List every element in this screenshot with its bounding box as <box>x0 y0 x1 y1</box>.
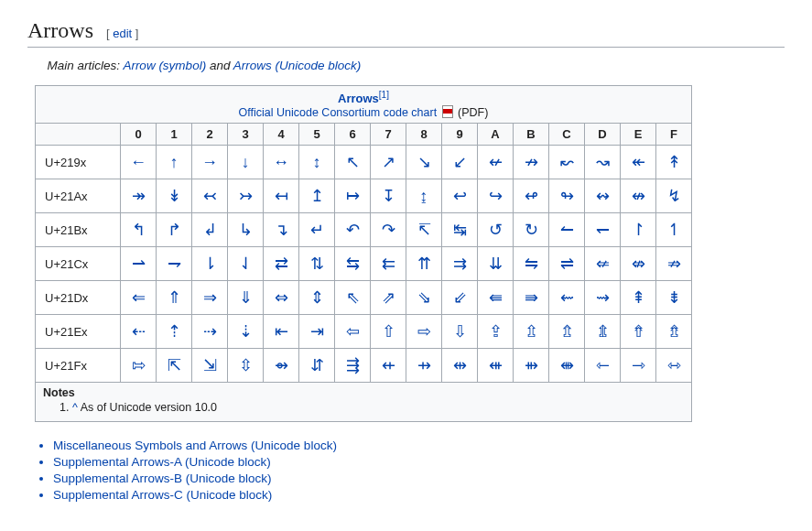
glyph-cell[interactable]: ⇔ <box>264 281 299 315</box>
chart-subtitle-link[interactable]: Official Unicode Consortium code chart <box>239 106 438 119</box>
glyph-cell[interactable]: ⇣ <box>228 315 264 349</box>
glyph-cell[interactable]: ⇥ <box>299 315 335 349</box>
glyph-cell[interactable]: ⇾ <box>621 349 656 383</box>
glyph-cell[interactable]: → <box>192 146 228 179</box>
glyph-cell[interactable]: ⇞ <box>621 281 656 315</box>
glyph-cell[interactable]: ↼ <box>549 213 585 247</box>
glyph-cell[interactable]: ↓ <box>228 146 264 179</box>
glyph-cell[interactable]: ↖ <box>335 146 371 179</box>
glyph-cell[interactable]: ⇈ <box>406 247 442 281</box>
glyph-cell[interactable]: ↬ <box>549 179 585 213</box>
see-also-link[interactable]: Supplemental Arrows-A (Unicode block) <box>53 455 271 469</box>
glyph-cell[interactable]: ↚ <box>478 146 514 179</box>
glyph-cell[interactable]: ↘ <box>406 146 442 179</box>
glyph-cell[interactable]: ⇁ <box>157 247 192 281</box>
glyph-cell[interactable]: ↕ <box>299 146 335 179</box>
glyph-cell[interactable]: ⇂ <box>192 247 228 281</box>
glyph-cell[interactable]: ⇦ <box>335 315 371 349</box>
hatnote-link-2[interactable]: Arrows (Unicode block) <box>233 59 362 72</box>
see-also-link[interactable]: Miscellaneous Symbols and Arrows (Unicod… <box>53 439 337 452</box>
glyph-cell[interactable]: ↲ <box>192 213 228 247</box>
glyph-cell[interactable]: ⇤ <box>264 315 299 349</box>
glyph-cell[interactable]: ↞ <box>621 146 656 179</box>
glyph-cell[interactable]: ⇉ <box>442 247 478 281</box>
glyph-cell[interactable]: ← <box>121 146 157 179</box>
glyph-cell[interactable]: ↥ <box>299 179 335 213</box>
glyph-cell[interactable]: ⇯ <box>656 315 692 349</box>
glyph-cell[interactable]: ⇕ <box>299 281 335 315</box>
glyph-cell[interactable]: ⇹ <box>442 349 478 383</box>
glyph-cell[interactable]: ⇒ <box>192 281 228 315</box>
glyph-cell[interactable]: ⇽ <box>585 349 621 383</box>
glyph-cell[interactable]: ⇌ <box>549 247 585 281</box>
glyph-cell[interactable]: ⇭ <box>585 315 621 349</box>
glyph-cell[interactable]: ⇎ <box>621 247 656 281</box>
glyph-cell[interactable]: ↭ <box>585 179 621 213</box>
glyph-cell[interactable]: ⇼ <box>549 349 585 383</box>
chart-ref-link[interactable]: [1] <box>379 90 389 100</box>
glyph-cell[interactable]: ⇇ <box>371 247 406 281</box>
glyph-cell[interactable]: ⇡ <box>157 315 192 349</box>
glyph-cell[interactable]: ⇢ <box>192 315 228 349</box>
glyph-cell[interactable]: ⇬ <box>549 315 585 349</box>
glyph-cell[interactable]: ↑ <box>157 146 192 179</box>
glyph-cell[interactable]: ⇅ <box>299 247 335 281</box>
glyph-cell[interactable]: ↔ <box>264 146 299 179</box>
glyph-cell[interactable]: ⇺ <box>478 349 514 383</box>
glyph-cell[interactable]: ⇫ <box>514 315 549 349</box>
glyph-cell[interactable]: ↨ <box>406 179 442 213</box>
glyph-cell[interactable]: ↡ <box>157 179 192 213</box>
glyph-cell[interactable]: ↠ <box>121 179 157 213</box>
glyph-cell[interactable]: ↧ <box>371 179 406 213</box>
glyph-cell[interactable]: ⇳ <box>228 349 264 383</box>
glyph-cell[interactable]: ↹ <box>442 213 478 247</box>
glyph-cell[interactable]: ⇊ <box>478 247 514 281</box>
glyph-cell[interactable]: ⇸ <box>406 349 442 383</box>
glyph-cell[interactable]: ⇰ <box>121 349 157 383</box>
glyph-cell[interactable]: ⇴ <box>264 349 299 383</box>
glyph-cell[interactable]: ⇟ <box>656 281 692 315</box>
glyph-cell[interactable]: ⇀ <box>121 247 157 281</box>
glyph-cell[interactable]: ↿ <box>656 213 692 247</box>
glyph-cell[interactable]: ⇗ <box>371 281 406 315</box>
glyph-cell[interactable]: ⇶ <box>335 349 371 383</box>
glyph-cell[interactable]: ⇓ <box>228 281 264 315</box>
see-also-link[interactable]: Supplemental Arrows-C (Unicode block) <box>53 488 272 502</box>
glyph-cell[interactable]: ↛ <box>514 146 549 179</box>
glyph-cell[interactable]: ↗ <box>371 146 406 179</box>
glyph-cell[interactable]: ↣ <box>228 179 264 213</box>
glyph-cell[interactable]: ⇵ <box>299 349 335 383</box>
glyph-cell[interactable]: ↸ <box>406 213 442 247</box>
glyph-cell[interactable]: ⇷ <box>371 349 406 383</box>
glyph-cell[interactable]: ⇱ <box>157 349 192 383</box>
glyph-cell[interactable]: ↶ <box>335 213 371 247</box>
edit-link[interactable]: edit <box>113 27 132 40</box>
glyph-cell[interactable]: ⇝ <box>585 281 621 315</box>
glyph-cell[interactable]: ⇍ <box>585 247 621 281</box>
glyph-cell[interactable]: ⇘ <box>406 281 442 315</box>
glyph-cell[interactable]: ↱ <box>157 213 192 247</box>
glyph-cell[interactable]: ⇄ <box>264 247 299 281</box>
pdf-icon[interactable] <box>442 105 453 118</box>
glyph-cell[interactable]: ↙ <box>442 146 478 179</box>
glyph-cell[interactable]: ⇧ <box>371 315 406 349</box>
glyph-cell[interactable]: ↦ <box>335 179 371 213</box>
glyph-cell[interactable]: ⇋ <box>514 247 549 281</box>
glyph-cell[interactable]: ↢ <box>192 179 228 213</box>
glyph-cell[interactable]: ↯ <box>656 179 692 213</box>
glyph-cell[interactable]: ↽ <box>585 213 621 247</box>
glyph-cell[interactable]: ↴ <box>264 213 299 247</box>
glyph-cell[interactable]: ↳ <box>228 213 264 247</box>
glyph-cell[interactable]: ↾ <box>621 213 656 247</box>
glyph-cell[interactable]: ⇑ <box>157 281 192 315</box>
glyph-cell[interactable]: ↜ <box>549 146 585 179</box>
hatnote-link-1[interactable]: Arrow (symbol) <box>123 59 206 72</box>
glyph-cell[interactable]: ↩ <box>442 179 478 213</box>
glyph-cell[interactable]: ⇚ <box>478 281 514 315</box>
glyph-cell[interactable]: ↮ <box>621 179 656 213</box>
see-also-link[interactable]: Supplemental Arrows-B (Unicode block) <box>53 471 272 485</box>
glyph-cell[interactable]: ⇨ <box>406 315 442 349</box>
glyph-cell[interactable]: ↟ <box>656 146 692 179</box>
glyph-cell[interactable]: ⇖ <box>335 281 371 315</box>
glyph-cell[interactable]: ⇐ <box>121 281 157 315</box>
